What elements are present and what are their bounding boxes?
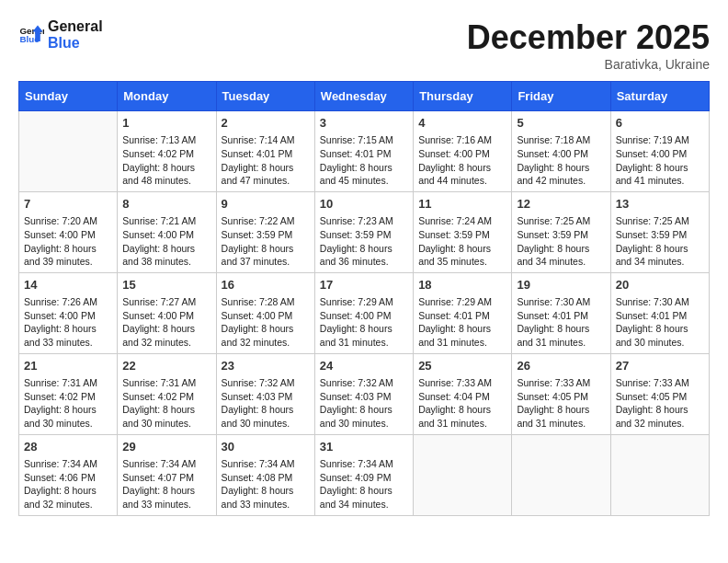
day-number: 9	[222, 196, 310, 213]
day-info: Sunrise: 7:28 AMSunset: 4:00 PMDaylight:…	[222, 295, 310, 350]
calendar-cell: 25Sunrise: 7:33 AMSunset: 4:04 PMDayligh…	[414, 353, 512, 434]
calendar-cell: 12Sunrise: 7:25 AMSunset: 3:59 PMDayligh…	[512, 191, 610, 272]
calendar-cell: 9Sunrise: 7:22 AMSunset: 3:59 PMDaylight…	[216, 191, 314, 272]
day-info: Sunrise: 7:26 AMSunset: 4:00 PMDaylight:…	[24, 295, 112, 350]
logo-blue: Blue	[48, 35, 103, 52]
day-info: Sunrise: 7:29 AMSunset: 4:01 PMDaylight:…	[418, 295, 506, 350]
calendar-cell: 17Sunrise: 7:29 AMSunset: 4:00 PMDayligh…	[314, 272, 413, 353]
calendar-cell: 5Sunrise: 7:18 AMSunset: 4:00 PMDaylight…	[512, 111, 610, 192]
calendar-cell: 16Sunrise: 7:28 AMSunset: 4:00 PMDayligh…	[216, 272, 314, 353]
calendar-cell	[19, 111, 118, 192]
day-number: 26	[517, 358, 605, 374]
calendar-cell: 11Sunrise: 7:24 AMSunset: 3:59 PMDayligh…	[414, 191, 512, 272]
calendar-cell	[610, 434, 709, 515]
day-number: 29	[122, 439, 210, 455]
day-info: Sunrise: 7:15 AMSunset: 4:01 PMDaylight:…	[320, 133, 408, 188]
day-info: Sunrise: 7:30 AMSunset: 4:01 PMDaylight:…	[616, 295, 704, 350]
day-info: Sunrise: 7:21 AMSunset: 4:00 PMDaylight:…	[122, 214, 210, 269]
calendar-cell: 19Sunrise: 7:30 AMSunset: 4:01 PMDayligh…	[512, 272, 610, 353]
calendar-cell: 14Sunrise: 7:26 AMSunset: 4:00 PMDayligh…	[19, 272, 118, 353]
calendar-cell: 13Sunrise: 7:25 AMSunset: 3:59 PMDayligh…	[610, 191, 709, 272]
calendar-cell: 7Sunrise: 7:20 AMSunset: 4:00 PMDaylight…	[19, 191, 118, 272]
calendar-cell: 1Sunrise: 7:13 AMSunset: 4:02 PMDaylight…	[118, 111, 216, 192]
calendar-cell: 22Sunrise: 7:31 AMSunset: 4:02 PMDayligh…	[118, 353, 216, 434]
day-number: 14	[24, 277, 112, 293]
calendar-cell: 24Sunrise: 7:32 AMSunset: 4:03 PMDayligh…	[314, 353, 413, 434]
day-info: Sunrise: 7:23 AMSunset: 3:59 PMDaylight:…	[320, 214, 408, 269]
day-info: Sunrise: 7:31 AMSunset: 4:02 PMDaylight:…	[24, 376, 112, 431]
calendar-cell: 15Sunrise: 7:27 AMSunset: 4:00 PMDayligh…	[118, 272, 216, 353]
day-info: Sunrise: 7:30 AMSunset: 4:01 PMDaylight:…	[517, 295, 605, 350]
day-info: Sunrise: 7:34 AMSunset: 4:08 PMDaylight:…	[222, 457, 310, 511]
calendar-table: Sunday Monday Tuesday Wednesday Thursday…	[18, 81, 710, 516]
day-info: Sunrise: 7:16 AMSunset: 4:00 PMDaylight:…	[418, 133, 506, 188]
day-info: Sunrise: 7:34 AMSunset: 4:07 PMDaylight:…	[122, 457, 210, 511]
logo: General Blue General Blue	[18, 18, 103, 51]
day-number: 3	[320, 115, 408, 132]
calendar-cell	[414, 434, 512, 515]
day-info: Sunrise: 7:25 AMSunset: 3:59 PMDaylight:…	[616, 214, 704, 269]
month-title: December 2025	[467, 18, 710, 57]
day-info: Sunrise: 7:29 AMSunset: 4:00 PMDaylight:…	[320, 295, 408, 350]
day-number: 13	[616, 196, 704, 213]
calendar-cell: 10Sunrise: 7:23 AMSunset: 3:59 PMDayligh…	[314, 191, 413, 272]
day-info: Sunrise: 7:34 AMSunset: 4:09 PMDaylight:…	[320, 457, 408, 511]
header-friday: Friday	[512, 82, 610, 111]
day-info: Sunrise: 7:33 AMSunset: 4:05 PMDaylight:…	[616, 376, 704, 431]
logo-general: General	[48, 18, 103, 35]
location-subtitle: Barativka, Ukraine	[467, 57, 710, 72]
header-thursday: Thursday	[414, 82, 512, 111]
day-number: 28	[24, 439, 112, 455]
calendar-cell: 31Sunrise: 7:34 AMSunset: 4:09 PMDayligh…	[314, 434, 413, 515]
calendar-week-row: 7Sunrise: 7:20 AMSunset: 4:00 PMDaylight…	[19, 191, 710, 272]
header-sunday: Sunday	[19, 82, 118, 111]
day-number: 22	[122, 358, 210, 374]
calendar-cell: 6Sunrise: 7:19 AMSunset: 4:00 PMDaylight…	[610, 111, 709, 192]
day-number: 5	[517, 115, 605, 132]
day-info: Sunrise: 7:27 AMSunset: 4:00 PMDaylight:…	[122, 295, 210, 350]
day-number: 11	[418, 196, 506, 213]
day-info: Sunrise: 7:34 AMSunset: 4:06 PMDaylight:…	[24, 457, 112, 511]
day-number: 23	[222, 358, 310, 374]
day-number: 4	[418, 115, 506, 132]
page-header: General Blue General Blue December 2025 …	[18, 18, 710, 72]
calendar-cell: 29Sunrise: 7:34 AMSunset: 4:07 PMDayligh…	[118, 434, 216, 515]
calendar-week-row: 14Sunrise: 7:26 AMSunset: 4:00 PMDayligh…	[19, 272, 710, 353]
calendar-cell: 28Sunrise: 7:34 AMSunset: 4:06 PMDayligh…	[19, 434, 118, 515]
day-number: 19	[517, 277, 605, 293]
calendar-header-row: Sunday Monday Tuesday Wednesday Thursday…	[19, 82, 710, 111]
day-number: 16	[222, 277, 310, 293]
day-info: Sunrise: 7:32 AMSunset: 4:03 PMDaylight:…	[320, 376, 408, 431]
day-number: 21	[24, 358, 112, 374]
day-number: 7	[24, 196, 112, 213]
header-tuesday: Tuesday	[216, 82, 314, 111]
day-info: Sunrise: 7:31 AMSunset: 4:02 PMDaylight:…	[122, 376, 210, 431]
calendar-week-row: 28Sunrise: 7:34 AMSunset: 4:06 PMDayligh…	[19, 434, 710, 515]
calendar-cell: 2Sunrise: 7:14 AMSunset: 4:01 PMDaylight…	[216, 111, 314, 192]
day-number: 6	[616, 115, 704, 132]
day-info: Sunrise: 7:33 AMSunset: 4:05 PMDaylight:…	[517, 376, 605, 431]
day-info: Sunrise: 7:20 AMSunset: 4:00 PMDaylight:…	[24, 214, 112, 269]
header-monday: Monday	[118, 82, 216, 111]
day-number: 15	[122, 277, 210, 293]
day-number: 31	[320, 439, 408, 455]
day-number: 18	[418, 277, 506, 293]
day-info: Sunrise: 7:22 AMSunset: 3:59 PMDaylight:…	[222, 214, 310, 269]
day-info: Sunrise: 7:33 AMSunset: 4:04 PMDaylight:…	[418, 376, 506, 431]
day-info: Sunrise: 7:25 AMSunset: 3:59 PMDaylight:…	[517, 214, 605, 269]
calendar-week-row: 1Sunrise: 7:13 AMSunset: 4:02 PMDaylight…	[19, 111, 710, 192]
logo-icon: General Blue	[18, 22, 44, 48]
calendar-cell: 4Sunrise: 7:16 AMSunset: 4:00 PMDaylight…	[414, 111, 512, 192]
day-number: 8	[122, 196, 210, 213]
calendar-cell: 20Sunrise: 7:30 AMSunset: 4:01 PMDayligh…	[610, 272, 709, 353]
calendar-cell: 8Sunrise: 7:21 AMSunset: 4:00 PMDaylight…	[118, 191, 216, 272]
day-number: 17	[320, 277, 408, 293]
day-info: Sunrise: 7:24 AMSunset: 3:59 PMDaylight:…	[418, 214, 506, 269]
day-number: 2	[222, 115, 310, 132]
day-number: 27	[616, 358, 704, 374]
calendar-cell: 27Sunrise: 7:33 AMSunset: 4:05 PMDayligh…	[610, 353, 709, 434]
day-number: 20	[616, 277, 704, 293]
calendar-cell: 3Sunrise: 7:15 AMSunset: 4:01 PMDaylight…	[314, 111, 413, 192]
calendar-cell: 18Sunrise: 7:29 AMSunset: 4:01 PMDayligh…	[414, 272, 512, 353]
header-saturday: Saturday	[610, 82, 709, 111]
